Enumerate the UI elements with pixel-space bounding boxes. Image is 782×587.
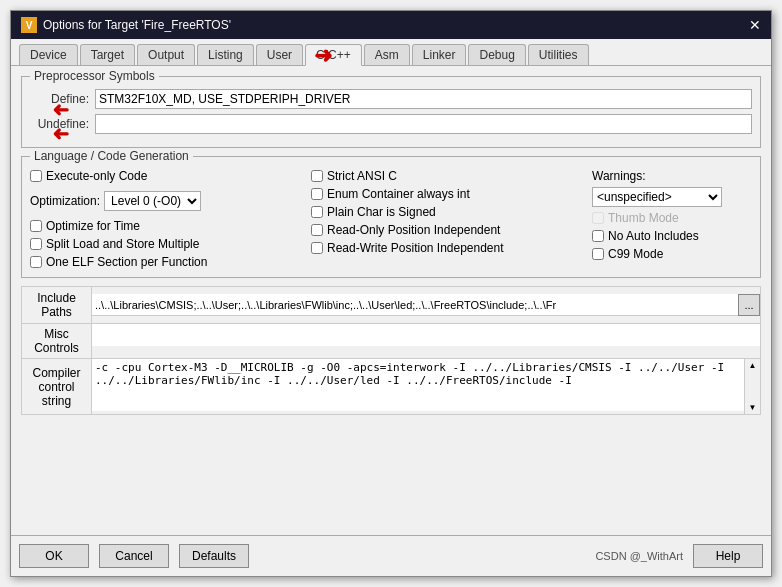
c99-mode-label: C99 Mode <box>608 247 663 261</box>
ok-button[interactable]: OK <box>19 544 89 568</box>
undefine-input[interactable] <box>95 114 752 134</box>
readonly-pos-label: Read-Only Position Independent <box>327 223 500 237</box>
tab-cpp[interactable]: C/C++ <box>305 44 362 66</box>
define-input[interactable] <box>95 89 752 109</box>
compiler-scrollbar: ▲ ▼ <box>744 359 760 414</box>
scroll-up-arrow[interactable]: ▲ <box>747 359 759 372</box>
window-title: Options for Target 'Fire_FreeRTOS' <box>43 18 231 32</box>
execute-only-row: Execute-only Code <box>30 169 301 183</box>
tab-linker[interactable]: Linker <box>412 44 467 65</box>
misc-controls-row: MiscControls <box>22 323 760 358</box>
language-section: Language / Code Generation Execute-only … <box>21 156 761 278</box>
csdn-text: CSDN @_WithArt <box>595 550 683 562</box>
tab-listing[interactable]: Listing <box>197 44 254 65</box>
paths-section: IncludePaths ... MiscControls Compilerco… <box>21 286 761 415</box>
tab-utilities[interactable]: Utilities <box>528 44 589 65</box>
enum-container-row: Enum Container always int <box>311 187 582 201</box>
thumb-mode-label: Thumb Mode <box>608 211 679 225</box>
tab-debug[interactable]: Debug <box>468 44 525 65</box>
warnings-col: Warnings: <unspecified> All Warnings No … <box>592 169 752 269</box>
undefine-label: Undefine: <box>30 117 95 131</box>
define-row: Define: ➜ <box>30 89 752 109</box>
execute-only-label: Execute-only Code <box>46 169 147 183</box>
tab-user[interactable]: User ➜ <box>256 44 303 65</box>
undefine-row: Undefine: ➜ <box>30 114 752 134</box>
thumb-mode-checkbox[interactable] <box>592 212 604 224</box>
readwrite-pos-row: Read-Write Position Independent <box>311 241 582 255</box>
compiler-control-row: Compilercontrolstring -c -cpu Cortex-M3 … <box>22 358 760 414</box>
plain-char-checkbox[interactable] <box>311 206 323 218</box>
titlebar-left: V Options for Target 'Fire_FreeRTOS' <box>21 17 231 33</box>
thumb-mode-row: Thumb Mode <box>592 211 752 225</box>
preprocessor-section: Preprocessor Symbols Define: ➜ Undefine:… <box>21 76 761 148</box>
no-auto-includes-label: No Auto Includes <box>608 229 699 243</box>
include-paths-browse-button[interactable]: ... <box>738 294 760 316</box>
split-load-label: Split Load and Store Multiple <box>46 237 199 251</box>
one-elf-row: One ELF Section per Function <box>30 255 301 269</box>
enum-container-label: Enum Container always int <box>327 187 470 201</box>
optimize-time-checkbox[interactable] <box>30 220 42 232</box>
lang-col2: Strict ANSI C Enum Container always int … <box>311 169 582 269</box>
split-load-row: Split Load and Store Multiple <box>30 237 301 251</box>
lang-col1: Execute-only Code Optimization: Level 0 … <box>30 169 301 269</box>
close-button[interactable]: ✕ <box>749 17 761 33</box>
plain-char-row: Plain Char is Signed <box>311 205 582 219</box>
include-paths-label: IncludePaths <box>22 287 92 323</box>
bottom-bar: OK Cancel Defaults CSDN @_WithArt Help <box>11 535 771 576</box>
tab-target[interactable]: Target <box>80 44 135 65</box>
optimization-select[interactable]: Level 0 (-O0) <box>104 191 201 211</box>
warnings-label: Warnings: <box>592 169 752 183</box>
readwrite-pos-checkbox[interactable] <box>311 242 323 254</box>
app-icon: V <box>21 17 37 33</box>
bottom-right: CSDN @_WithArt Help <box>595 544 763 568</box>
c99-mode-row: C99 Mode <box>592 247 752 261</box>
strict-ansi-checkbox[interactable] <box>311 170 323 182</box>
c99-mode-checkbox[interactable] <box>592 248 604 260</box>
readonly-pos-row: Read-Only Position Independent <box>311 223 582 237</box>
compiler-control-textarea[interactable]: -c -cpu Cortex-M3 -D__MICROLIB -g -O0 -a… <box>92 359 760 411</box>
language-title: Language / Code Generation <box>30 149 193 163</box>
optimize-time-row: Optimize for Time <box>30 219 301 233</box>
main-content: Preprocessor Symbols Define: ➜ Undefine:… <box>11 66 771 535</box>
tabs-bar: Device Target Output Listing User ➜ C/C+… <box>11 39 771 66</box>
preprocessor-content: Define: ➜ Undefine: ➜ <box>30 89 752 134</box>
execute-only-checkbox[interactable] <box>30 170 42 182</box>
readonly-pos-checkbox[interactable] <box>311 224 323 236</box>
readwrite-pos-label: Read-Write Position Independent <box>327 241 504 255</box>
optimize-time-label: Optimize for Time <box>46 219 140 233</box>
preprocessor-title: Preprocessor Symbols <box>30 69 159 83</box>
help-button[interactable]: Help <box>693 544 763 568</box>
optimization-row: Optimization: Level 0 (-O0) <box>30 191 301 211</box>
strict-ansi-row: Strict ANSI C <box>311 169 582 183</box>
tab-output[interactable]: Output <box>137 44 195 65</box>
compiler-control-input-cell: -c -cpu Cortex-M3 -D__MICROLIB -g -O0 -a… <box>92 359 760 414</box>
misc-controls-label: MiscControls <box>22 324 92 358</box>
misc-controls-input[interactable] <box>92 324 760 346</box>
tab-asm[interactable]: Asm <box>364 44 410 65</box>
include-paths-row: IncludePaths ... <box>22 287 760 323</box>
misc-controls-input-cell <box>92 324 760 358</box>
strict-ansi-label: Strict ANSI C <box>327 169 397 183</box>
main-window: V Options for Target 'Fire_FreeRTOS' ✕ D… <box>10 10 772 577</box>
scroll-down-arrow[interactable]: ▼ <box>747 401 759 414</box>
no-auto-includes-row: No Auto Includes <box>592 229 752 243</box>
one-elf-checkbox[interactable] <box>30 256 42 268</box>
language-content: Execute-only Code Optimization: Level 0 … <box>30 169 752 269</box>
compiler-control-label: Compilercontrolstring <box>22 359 92 414</box>
split-load-checkbox[interactable] <box>30 238 42 250</box>
define-label: Define: <box>30 92 95 106</box>
cancel-button[interactable]: Cancel <box>99 544 169 568</box>
enum-container-checkbox[interactable] <box>311 188 323 200</box>
no-auto-includes-checkbox[interactable] <box>592 230 604 242</box>
optimization-label: Optimization: <box>30 194 100 208</box>
warnings-select[interactable]: <unspecified> All Warnings No Warnings <box>592 187 722 207</box>
tab-device[interactable]: Device <box>19 44 78 65</box>
plain-char-label: Plain Char is Signed <box>327 205 436 219</box>
one-elf-label: One ELF Section per Function <box>46 255 207 269</box>
include-paths-input-cell: ... <box>92 287 760 323</box>
include-paths-input[interactable] <box>92 294 738 316</box>
titlebar: V Options for Target 'Fire_FreeRTOS' ✕ <box>11 11 771 39</box>
defaults-button[interactable]: Defaults <box>179 544 249 568</box>
